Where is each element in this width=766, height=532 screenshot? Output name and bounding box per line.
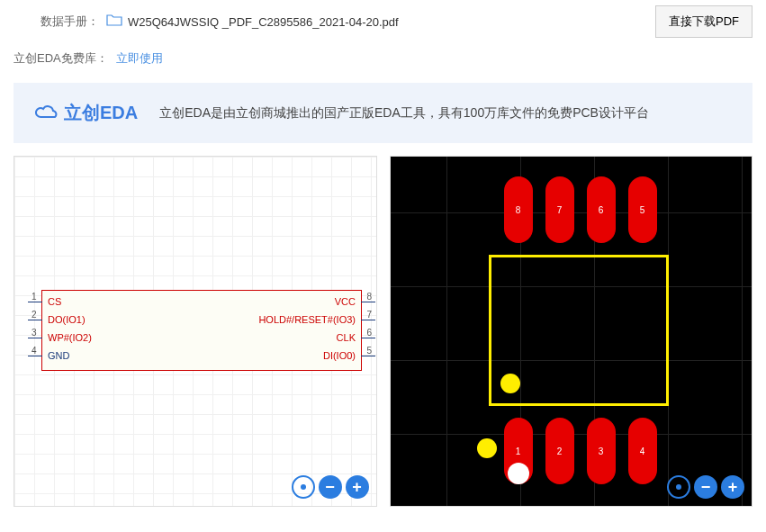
eda-banner: 立创EDA 立创EDA是由立创商城推出的国产正版EDA工具，具有100万库文件的… bbox=[14, 83, 752, 143]
eda-library-label: 立创EDA免费库： bbox=[14, 51, 108, 65]
pcb-pad: 2 bbox=[545, 418, 574, 484]
pcb-zoom-in-button[interactable]: + bbox=[721, 475, 744, 499]
origin-marker-yellow bbox=[477, 438, 497, 458]
folder-icon bbox=[106, 14, 122, 30]
pcb-pad: 5 bbox=[628, 176, 657, 243]
download-pdf-button[interactable]: 直接下载PDF bbox=[655, 5, 752, 38]
pcb-pad: 7 bbox=[545, 176, 574, 243]
schematic-panel[interactable]: 1CS 2DO(IO1) 3WP#(IO2) 4GND 8VCC 7HOLD#/… bbox=[14, 156, 377, 507]
pcb-pad: 3 bbox=[587, 418, 616, 484]
pcb-zoom-out-button[interactable]: − bbox=[694, 475, 717, 499]
pin1-marker-yellow bbox=[500, 374, 520, 393]
pcb-pad: 6 bbox=[587, 176, 616, 243]
schematic-center-button[interactable] bbox=[292, 475, 315, 499]
pcb-pad: 8 bbox=[504, 176, 533, 243]
schematic-zoom-out-button[interactable]: − bbox=[319, 475, 342, 499]
pcb-pad: 4 bbox=[628, 418, 657, 484]
pcb-center-button[interactable] bbox=[667, 475, 690, 499]
datasheet-label: 数据手册： bbox=[41, 14, 99, 30]
origin-marker-white bbox=[508, 463, 529, 484]
pdf-filename[interactable]: W25Q64JWSSIQ _PDF_C2895586_2021-04-20.pd… bbox=[128, 15, 399, 29]
pcb-panel[interactable]: 8 7 6 5 1 2 3 4 − + bbox=[390, 156, 753, 507]
use-now-link[interactable]: 立即使用 bbox=[116, 51, 163, 65]
eda-logo: 立创EDA bbox=[35, 101, 138, 125]
banner-text: 立创EDA是由立创商城推出的国产正版EDA工具，具有100万库文件的免费PCB设… bbox=[159, 105, 649, 122]
schematic-zoom-in-button[interactable]: + bbox=[346, 475, 369, 499]
schematic-symbol: 1CS 2DO(IO1) 3WP#(IO2) 4GND 8VCC 7HOLD#/… bbox=[41, 290, 362, 371]
